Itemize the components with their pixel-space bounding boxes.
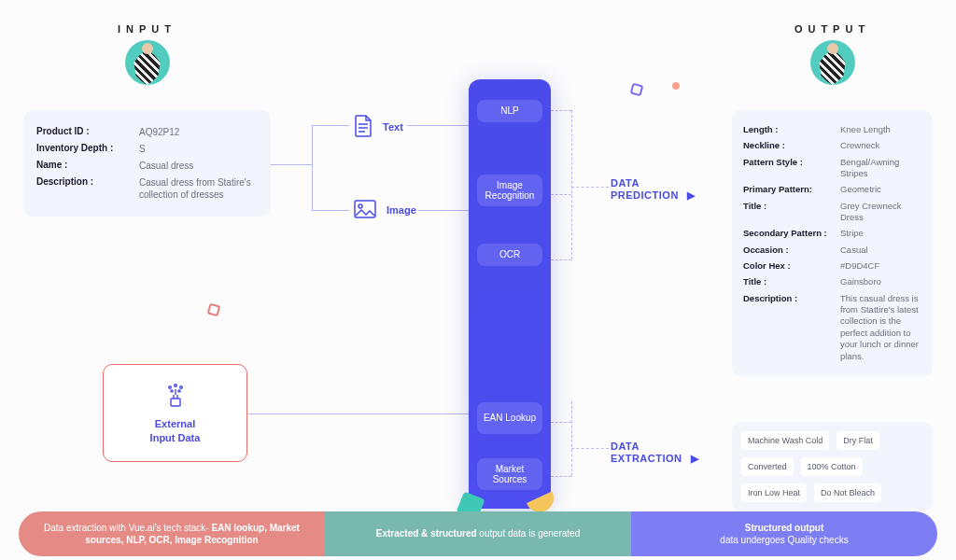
output-value: Knee Length xyxy=(840,124,921,135)
output-value: Crewneck xyxy=(840,140,921,151)
connector-dashed xyxy=(551,194,571,195)
output-row: Title :Grey Crewneck Dress xyxy=(743,201,921,224)
center-processing-bar: NLP Image Recognition OCR EAN Lookup Mar… xyxy=(469,79,551,509)
connector-dashed xyxy=(551,110,571,111)
svg-point-3 xyxy=(168,386,171,389)
extraction-tag: 100% Cotton xyxy=(801,457,863,476)
connector-dashed xyxy=(571,448,609,449)
output-row: Description :This casual dress is from S… xyxy=(743,293,921,362)
output-row: Secondary Pattern :Stripe xyxy=(743,228,921,239)
output-title: OUTPUT xyxy=(732,23,933,35)
extraction-tag: Do Not Bleach xyxy=(814,483,881,502)
output-key: Occasion : xyxy=(743,245,840,256)
svg-rect-0 xyxy=(355,201,375,217)
input-inventory-key: Inventory Depth : xyxy=(36,143,139,155)
banner-segment-extraction: Data extraction with Vue.ai's tech stack… xyxy=(19,511,325,556)
connector xyxy=(312,125,349,126)
output-value: Stripe xyxy=(840,228,921,239)
svg-point-5 xyxy=(179,386,182,389)
output-row: Color Hex :#D9D4CF xyxy=(743,260,921,272)
connector xyxy=(407,125,469,126)
output-key: Description : xyxy=(743,293,840,362)
connector xyxy=(312,125,313,211)
pill-ocr: OCR xyxy=(477,244,542,266)
output-key: Pattern Style : xyxy=(743,157,840,180)
connector xyxy=(418,210,469,211)
arrow-right-icon: ▶ xyxy=(687,189,696,202)
output-value: Gainsboro xyxy=(840,276,921,287)
output-row: Occasion :Casual xyxy=(743,245,921,256)
connector-dashed xyxy=(571,110,572,259)
pill-nlp: NLP xyxy=(477,100,542,122)
output-value: Grey Crewneck Dress xyxy=(840,201,921,224)
mid-text-label: Text xyxy=(383,121,403,133)
pill-image-recognition: Image Recognition xyxy=(477,175,542,206)
document-icon xyxy=(353,114,373,140)
output-key: Length : xyxy=(743,124,840,135)
output-row: Length :Knee Length xyxy=(743,124,921,135)
svg-point-7 xyxy=(177,390,179,392)
banner-right-b: Structured output xyxy=(745,523,823,533)
extraction-tag: Iron Low Heat xyxy=(741,483,807,502)
input-desc-key: Description : xyxy=(36,176,139,201)
input-title: INPUT xyxy=(23,23,271,35)
output-row: Title :Gainsboro xyxy=(743,276,921,287)
flow-data-extraction: DATA EXTRACTION ▶ xyxy=(611,441,699,465)
flow-prediction-text: DATA PREDICTION xyxy=(611,177,679,201)
banner-segment-structured: Extracted & structured output data is ge… xyxy=(325,511,631,556)
banner-left-text: Data extraction with Vue.ai's tech stack… xyxy=(37,522,306,547)
connector-dashed xyxy=(551,259,571,260)
pill-ean-lookup: EAN Lookup xyxy=(477,402,542,434)
input-desc-val: Casual dress from Statire's collection o… xyxy=(139,176,258,201)
output-value: Casual xyxy=(840,245,921,256)
input-product-avatar xyxy=(125,40,170,85)
external-input-card: External Input Data xyxy=(103,364,247,462)
mid-text-node: Text xyxy=(353,114,403,140)
output-key: Secondary Pattern : xyxy=(743,228,840,239)
output-card: Length :Knee LengthNeckline :CrewneckPat… xyxy=(732,110,933,376)
input-productid-val: AQ92P12 xyxy=(139,126,258,138)
output-value: Bengal/Awning Stripes xyxy=(840,157,921,180)
connector xyxy=(271,164,312,165)
banner-mid-text: Extracted & structured output data is ge… xyxy=(376,527,580,540)
svg-point-1 xyxy=(358,204,362,208)
banner-segment-quality: Structured outputdata undergoes Quality … xyxy=(631,511,937,556)
output-row: Primary Pattern:Geometric xyxy=(743,184,921,195)
banner-mid-b2: structured xyxy=(430,528,476,539)
decor-diamond-red xyxy=(208,304,219,315)
output-key: Title : xyxy=(743,201,840,224)
input-productid-key: Product ID : xyxy=(36,126,139,138)
extraction-tag: Converted xyxy=(741,457,794,476)
extraction-tag: Machine Wash Cold xyxy=(741,431,829,450)
output-key: Neckline : xyxy=(743,140,840,151)
input-name-key: Name : xyxy=(36,160,139,172)
mid-image-node: Image xyxy=(353,199,416,221)
external-input-label: External Input Data xyxy=(150,417,201,444)
database-cluster-icon xyxy=(162,382,190,412)
output-value: Geometric xyxy=(840,184,921,195)
connector-dashed xyxy=(571,187,609,188)
arrow-right-icon: ▶ xyxy=(691,453,699,465)
input-column-header: INPUT xyxy=(23,23,271,85)
output-row: Neckline :Crewneck xyxy=(743,140,921,151)
connector-dashed xyxy=(551,476,571,477)
output-key: Color Hex : xyxy=(743,260,840,272)
connector-dashed xyxy=(551,422,571,423)
output-column-header: OUTPUT xyxy=(732,23,933,85)
banner-right-text: Structured outputdata undergoes Quality … xyxy=(720,522,848,547)
output-product-avatar xyxy=(810,40,855,85)
mid-image-label: Image xyxy=(387,204,416,216)
connector xyxy=(247,413,469,414)
decor-dot xyxy=(672,82,680,90)
svg-point-6 xyxy=(170,390,172,392)
banner-left-bold: EAN lookup, Market sources, NLP, OCR, Im… xyxy=(85,523,300,546)
pill-market-sources: Market Sources xyxy=(477,458,542,490)
output-row: Pattern Style :Bengal/Awning Stripes xyxy=(743,157,921,180)
output-value: This casual dress is from Stattire's lat… xyxy=(840,293,921,362)
image-icon xyxy=(353,199,377,221)
output-value: #D9D4CF xyxy=(840,260,921,272)
flow-data-prediction: DATA PREDICTION ▶ xyxy=(611,177,696,202)
banner-mid-b1: Extracted & xyxy=(376,528,429,539)
svg-point-4 xyxy=(174,385,176,387)
flow-extraction-text: DATA EXTRACTION xyxy=(611,441,682,464)
